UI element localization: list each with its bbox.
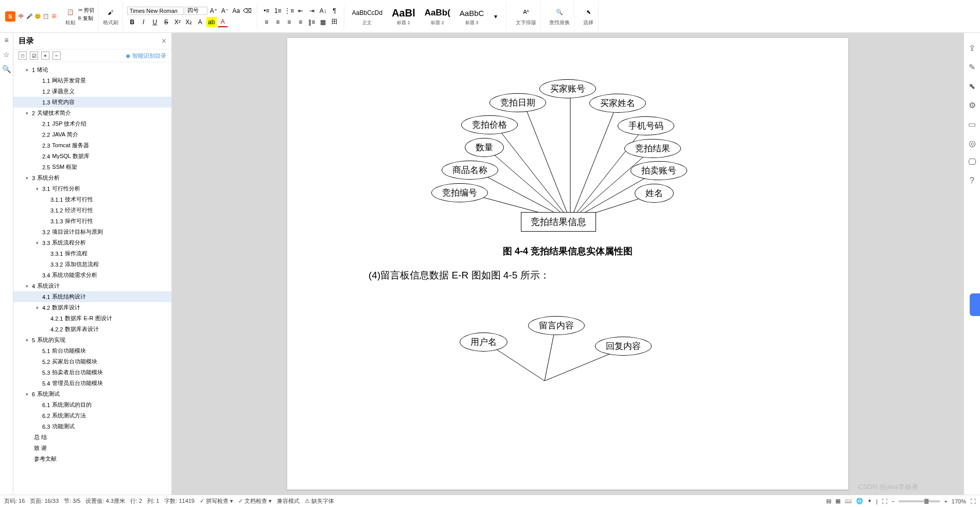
- font-color-button[interactable]: A: [218, 17, 228, 27]
- monitor-icon[interactable]: 🖵: [968, 158, 976, 167]
- case-button[interactable]: Aa: [231, 6, 241, 16]
- zoom-slider[interactable]: [899, 500, 940, 502]
- outline-item[interactable]: 致 谢: [13, 443, 171, 453]
- outline-item[interactable]: 3.3.1操作流程: [13, 248, 171, 259]
- bold-button[interactable]: B: [127, 17, 137, 27]
- increase-indent-button[interactable]: ⇥: [307, 6, 317, 16]
- outline-item[interactable]: 1.1网站开发背景: [13, 75, 171, 86]
- cursor-icon[interactable]: ⬉: [969, 81, 975, 91]
- outline-item[interactable]: 2.1JSP 技术介绍: [13, 118, 171, 129]
- ime-lang[interactable]: 中: [18, 13, 25, 20]
- location-icon[interactable]: ◎: [969, 138, 976, 148]
- outline-item[interactable]: 6.2系统测试方法: [13, 410, 171, 421]
- document-area[interactable]: 竞拍编号 商品名称 数量 竞拍价格 竞拍日期 买家账号 买家姓名 手机号码 竞拍…: [172, 33, 964, 495]
- outline-item[interactable]: 1.3研究内容: [13, 97, 171, 108]
- outline-close-button[interactable]: ×: [162, 37, 166, 46]
- status-page-of[interactable]: 页面: 16/33: [30, 497, 59, 505]
- screen-icon[interactable]: ▭: [968, 119, 976, 129]
- outline-item[interactable]: 2.3Tomcat 服务器: [13, 140, 171, 151]
- outline-tool-3[interactable]: +: [41, 51, 49, 60]
- outline-item[interactable]: 2.4MySQL 数据库: [13, 151, 171, 162]
- align-left-button[interactable]: ≡: [261, 17, 272, 27]
- app-logo[interactable]: S: [5, 11, 15, 22]
- line-spacing-button[interactable]: ‖≡: [307, 17, 317, 27]
- zoom-fit-icon[interactable]: ⛶: [882, 498, 887, 504]
- outline-item[interactable]: ▾4系统设计: [13, 281, 171, 291]
- outline-item[interactable]: ▾3.3系统流程分析: [13, 237, 171, 248]
- outline-item[interactable]: ▾3系统分析: [13, 172, 171, 183]
- chevron-down-icon[interactable]: ▾: [36, 186, 42, 191]
- help-icon[interactable]: ?: [970, 176, 974, 185]
- outline-item[interactable]: 5.1前台功能模块: [13, 345, 171, 356]
- bullets-button[interactable]: •≡: [261, 6, 272, 16]
- zoom-percent[interactable]: 170%: [952, 498, 966, 504]
- numbering-button[interactable]: 1≡: [273, 6, 283, 16]
- rocket-icon[interactable]: ⇪: [969, 43, 975, 53]
- outline-item[interactable]: 3.3.2添加信息流程: [13, 259, 171, 270]
- status-line[interactable]: 行: 2: [130, 497, 142, 505]
- status-words[interactable]: 字数: 11419: [164, 497, 195, 505]
- highlight-button[interactable]: ab: [206, 17, 217, 27]
- view-outline-icon[interactable]: ▦: [835, 498, 841, 504]
- outline-item[interactable]: 5.4管理员后台功能模块: [13, 378, 171, 389]
- format-painter-button[interactable]: 🖌: [105, 7, 116, 18]
- outline-tool-4[interactable]: −: [52, 51, 61, 60]
- zoom-out-button[interactable]: −: [891, 498, 895, 504]
- outline-tool-2[interactable]: ☑: [30, 51, 38, 60]
- view-focus-icon[interactable]: ✦: [867, 498, 872, 504]
- font-name-select[interactable]: [127, 7, 184, 15]
- status-compat[interactable]: 兼容模式: [277, 497, 300, 505]
- chevron-down-icon[interactable]: ▾: [26, 338, 32, 343]
- outline-item[interactable]: 3.1.3操作可行性: [13, 216, 171, 226]
- outline-item[interactable]: 4.2.2数据库表设计: [13, 324, 171, 335]
- view-read-icon[interactable]: 📖: [845, 498, 852, 504]
- outline-item[interactable]: 参考文献: [13, 453, 171, 464]
- clip-icon[interactable]: 📋: [42, 13, 49, 20]
- grid-icon[interactable]: ⦿: [50, 13, 58, 20]
- status-page-number[interactable]: 页码: 16: [4, 497, 25, 505]
- select-button[interactable]: ⬉: [583, 7, 594, 18]
- outline-item[interactable]: 3.1.2经济可行性: [13, 205, 171, 216]
- show-marks-button[interactable]: ¶: [329, 6, 340, 16]
- status-missing-font[interactable]: ⚠ 缺失字体: [305, 497, 334, 505]
- superscript-button[interactable]: X²: [172, 17, 183, 27]
- outline-item[interactable]: ▾5系统的实现: [13, 335, 171, 345]
- decrease-indent-button[interactable]: ⇤: [295, 6, 306, 16]
- style-item[interactable]: AaBb(标题 2: [422, 5, 453, 28]
- cut-button[interactable]: ✂ 剪切: [78, 7, 94, 14]
- search-tab-icon[interactable]: 🔍: [2, 65, 11, 73]
- status-section[interactable]: 节: 3/5: [64, 497, 80, 505]
- style-item[interactable]: AaBbCcDd正文: [349, 5, 385, 28]
- style-item[interactable]: AaBbC标题 3: [457, 5, 487, 28]
- outline-item[interactable]: 3.4系统功能需求分析: [13, 270, 171, 281]
- pen-icon[interactable]: ✎: [969, 62, 975, 72]
- text-layout-button[interactable]: Aᴬ: [520, 7, 532, 18]
- outline-item[interactable]: ▾3.1可行性分析: [13, 183, 171, 194]
- outline-item[interactable]: 2.5SSM 框架: [13, 162, 171, 172]
- styles-more-button[interactable]: ▾: [491, 11, 501, 22]
- outline-item[interactable]: 5.2买家后台功能模块: [13, 356, 171, 367]
- outline-item[interactable]: ▾4.2数据库设计: [13, 302, 171, 313]
- multilevel-button[interactable]: ⋮≡: [284, 6, 294, 16]
- emoji-icon[interactable]: 😊: [34, 13, 41, 20]
- chevron-down-icon[interactable]: ▾: [26, 176, 32, 181]
- outline-tab-icon[interactable]: ≡: [4, 36, 8, 44]
- status-col[interactable]: 列: 1: [147, 497, 159, 505]
- align-right-button[interactable]: ≡: [284, 17, 294, 27]
- align-center-button[interactable]: ≡: [273, 17, 283, 27]
- outline-tool-1[interactable]: □: [19, 51, 27, 60]
- view-web-icon[interactable]: 🌐: [856, 498, 863, 504]
- style-item[interactable]: AaBl标题 1: [389, 5, 418, 28]
- outline-item[interactable]: 4.1系统结构设计: [13, 291, 171, 302]
- outline-item[interactable]: 2.2JAVA 简介: [13, 129, 171, 140]
- font-size-select[interactable]: [185, 7, 207, 15]
- outline-item[interactable]: ▾6系统测试: [13, 389, 171, 399]
- paste-button[interactable]: 📋: [65, 7, 76, 18]
- fullscreen-icon[interactable]: ⛶: [970, 498, 976, 504]
- outline-tree[interactable]: ▾1绪论1.1网站开发背景1.2课题意义1.3研究内容▾2关键技术简介2.1JS…: [13, 62, 171, 495]
- shading-button[interactable]: ▦: [318, 17, 328, 27]
- outline-item[interactable]: 6.1系统测试的目的: [13, 399, 171, 410]
- borders-button[interactable]: 田: [329, 17, 340, 27]
- sort-button[interactable]: A↓: [318, 6, 328, 16]
- underline-button[interactable]: U: [150, 17, 160, 27]
